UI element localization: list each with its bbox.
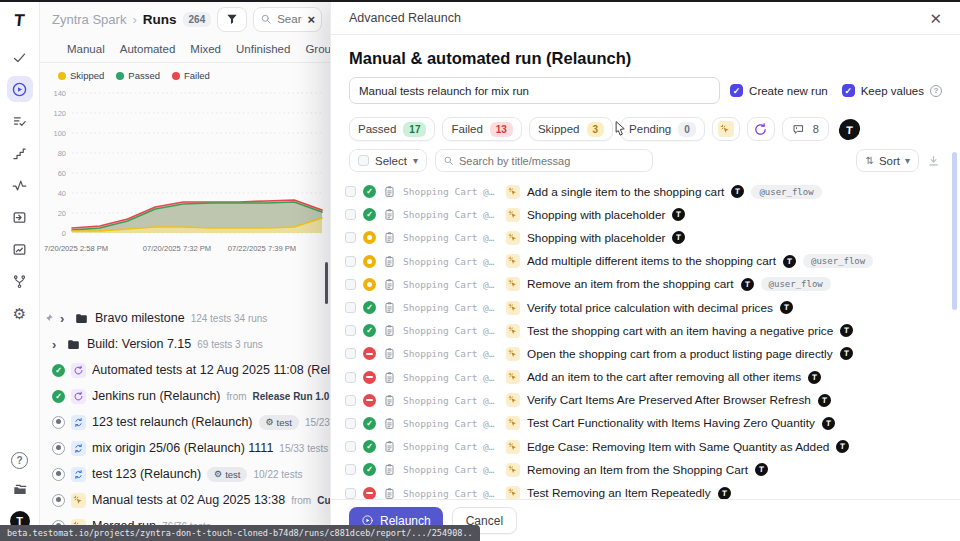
tests-search[interactable] [435, 149, 653, 172]
test-title[interactable]: Verify total price calculation with deci… [527, 301, 773, 315]
test-title[interactable]: Shopping with placeholder [527, 208, 665, 222]
rail-item-branches[interactable] [7, 268, 33, 294]
test-title[interactable]: Shopping with placeholder [527, 231, 665, 245]
run-tree-row[interactable]: test 123 (Relaunch) ⚙test 10/22 tests [40, 461, 330, 487]
close-icon[interactable]: ✕ [929, 11, 942, 26]
test-suite[interactable]: Shopping Cart @… [403, 279, 499, 290]
test-suite[interactable]: Shopping Cart @… [403, 325, 499, 336]
test-title[interactable]: Removing an Item from the Shopping Cart [527, 463, 748, 477]
tests-list-scrollbar[interactable] [952, 152, 957, 310]
breadcrumb-page[interactable]: Runs [143, 12, 177, 27]
run-tree-row[interactable]: mix origin 25/06 (Relaunch) 1111 15/33 t… [40, 435, 330, 461]
assignee-avatar[interactable]: T [838, 119, 860, 140]
tab-mixed[interactable]: Mixed [190, 43, 221, 55]
test-row[interactable]: Shopping Cart @… Test Cart Functionality… [345, 412, 948, 435]
test-suite[interactable]: Shopping Cart @… [403, 209, 499, 220]
test-checkbox[interactable] [345, 464, 356, 475]
run-name[interactable]: 123 test relaunch (Relaunch) [92, 415, 253, 429]
test-title[interactable]: Add multiple different items to the shop… [527, 254, 776, 268]
test-checkbox[interactable] [345, 186, 356, 197]
test-suite[interactable]: Shopping Cart @… [403, 464, 499, 475]
test-title[interactable]: Edge Case: Removing Item with Same Quant… [527, 440, 829, 454]
test-row[interactable]: Shopping Cart @… Edge Case: Removing Ite… [345, 435, 948, 458]
test-title[interactable]: Remove an item from the shopping cart [527, 277, 734, 291]
run-name[interactable]: Manual tests at 02 Aug 2025 13:38 [92, 493, 285, 507]
automated-tests-filter-button[interactable] [747, 117, 775, 141]
breadcrumb-project[interactable]: Zyntra Spark [52, 12, 126, 27]
option-checkbox-row[interactable]: Keep values ? [842, 84, 942, 97]
test-checkbox[interactable] [345, 488, 356, 499]
rail-item-settings[interactable]: ⚙ [7, 300, 33, 326]
tests-search-input[interactable] [459, 155, 645, 167]
test-title[interactable]: Open the shopping cart from a product li… [527, 347, 833, 361]
test-title[interactable]: Add an item to the cart after removing a… [527, 370, 801, 384]
run-tree-row[interactable]: Jenkins run (Relaunch) from Release Run … [40, 383, 330, 409]
chevron-right-icon[interactable]: › [60, 311, 68, 326]
test-suite[interactable]: Shopping Cart @… [403, 372, 499, 383]
clear-search-icon[interactable]: × [307, 12, 315, 27]
test-title[interactable]: Test the shopping cart with an item havi… [527, 324, 833, 338]
comments-filter-button[interactable]: 8 [782, 117, 829, 141]
test-checkbox[interactable] [345, 325, 356, 336]
rail-item-runs[interactable] [7, 76, 33, 102]
run-tree-row[interactable]: › Bravo milestone 124 tests 34 runs [40, 305, 330, 331]
sort-dropdown[interactable]: ⇅ Sort ▾ [856, 149, 919, 172]
help-icon[interactable]: ? [930, 85, 942, 97]
test-checkbox[interactable] [345, 348, 356, 359]
test-row[interactable]: Shopping Cart @… Add multiple different … [345, 250, 948, 273]
rail-item-milestones[interactable] [7, 140, 33, 166]
test-row[interactable]: Shopping Cart @… Verify Cart Items Are P… [345, 389, 948, 412]
run-name[interactable]: Automated tests at 12 Aug 2025 11:08 (Re… [92, 363, 330, 377]
run-name[interactable]: Bravo milestone [95, 311, 185, 325]
test-suite[interactable]: Shopping Cart @… [403, 348, 499, 359]
runs-search-input[interactable] [277, 13, 302, 25]
test-checkbox[interactable] [345, 372, 356, 383]
status-filter-button[interactable]: Pending 0 [620, 117, 705, 141]
checkbox[interactable] [730, 84, 743, 97]
tab-groups[interactable]: Groups [305, 43, 330, 55]
help-button[interactable]: ? [11, 452, 28, 469]
run-source[interactable]: Release Run 1.0 [253, 391, 330, 402]
run-tree-row[interactable]: Manual tests at 02 Aug 2025 13:38 from C… [40, 487, 330, 513]
tab-automated[interactable]: Automated [120, 43, 176, 55]
test-checkbox[interactable] [345, 209, 356, 220]
run-tree-row[interactable]: › Build: Version 7.15 69 tests 3 runs [40, 331, 330, 357]
test-checkbox[interactable] [345, 232, 356, 243]
runs-search[interactable]: × [253, 7, 322, 32]
run-name[interactable]: Jenkins run (Relaunch) [92, 389, 221, 403]
run-name[interactable]: mix origin 25/06 (Relaunch) 1111 [92, 441, 273, 455]
run-source[interactable]: Custom Selection [317, 495, 330, 506]
rail-item-reports[interactable] [7, 236, 33, 262]
test-suite[interactable]: Shopping Cart @… [403, 441, 499, 452]
test-row[interactable]: Shopping Cart @… Removing an Item from t… [345, 458, 948, 481]
test-suite[interactable]: Shopping Cart @… [403, 302, 499, 313]
download-button[interactable] [927, 154, 940, 167]
runs-panel-scrollbar[interactable] [325, 262, 328, 304]
test-title[interactable]: Add a single item to the shopping cart [527, 185, 724, 199]
test-suite[interactable]: Shopping Cart @… [403, 395, 499, 406]
rail-item-import[interactable] [7, 204, 33, 230]
test-row[interactable]: Shopping Cart @… Remove an item from the… [345, 273, 948, 296]
manual-tests-filter-button[interactable] [712, 117, 740, 141]
test-title[interactable]: Test Removing an Item Repeatedly [527, 486, 711, 500]
tab-manual[interactable]: Manual [67, 43, 105, 55]
rail-item-projects[interactable] [7, 476, 33, 502]
test-tag[interactable]: @user_flow [761, 277, 831, 291]
test-checkbox[interactable] [345, 395, 356, 406]
test-checkbox[interactable] [345, 256, 356, 267]
test-row[interactable]: Shopping Cart @… Verify total price calc… [345, 296, 948, 319]
select-all-checkbox[interactable] [358, 155, 369, 166]
test-suite[interactable]: Shopping Cart @… [403, 186, 499, 197]
run-name-input[interactable] [349, 77, 720, 104]
test-row[interactable]: Shopping Cart @… Add a single item to th… [345, 180, 948, 203]
status-filter-button[interactable]: Passed 17 [349, 117, 435, 141]
checkbox[interactable] [842, 84, 855, 97]
option-checkbox-row[interactable]: Create new run [730, 84, 828, 97]
test-suite[interactable]: Shopping Cart @… [403, 418, 499, 429]
test-tag[interactable]: @user_flow [751, 185, 821, 199]
test-row[interactable]: Shopping Cart @… Add an item to the cart… [345, 366, 948, 389]
test-suite[interactable]: Shopping Cart @… [403, 256, 499, 267]
chevron-right-icon[interactable]: › [52, 337, 60, 352]
test-row[interactable]: Shopping Cart @… Open the shopping cart … [345, 342, 948, 365]
run-tree-row[interactable]: Automated tests at 12 Aug 2025 11:08 (Re… [40, 357, 330, 383]
